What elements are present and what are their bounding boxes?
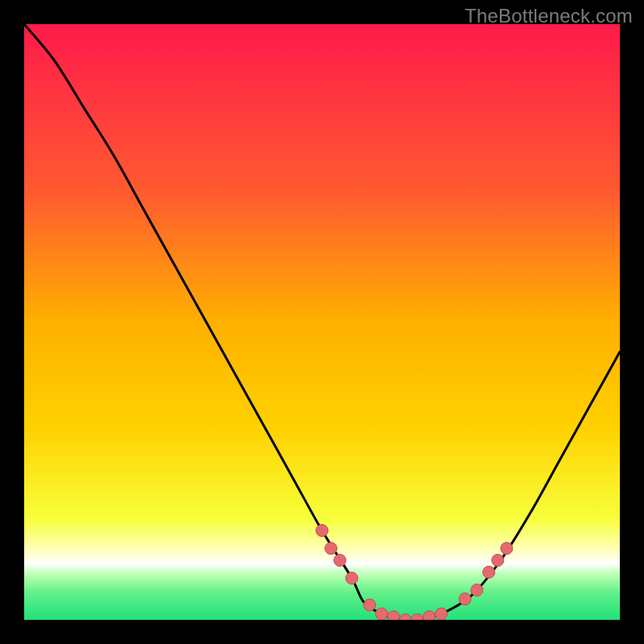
chart-frame: TheBottleneck.com	[0, 0, 644, 644]
highlight-dot	[483, 566, 495, 578]
chart-svg	[24, 24, 620, 620]
highlight-dot	[334, 555, 346, 567]
highlight-dot	[316, 525, 328, 537]
highlight-dot	[436, 608, 448, 620]
highlight-dot	[387, 611, 399, 620]
highlight-dot	[501, 543, 513, 555]
highlight-dot	[471, 584, 483, 597]
plot-area	[24, 24, 620, 620]
highlight-dot	[346, 572, 358, 584]
highlight-dot	[492, 555, 504, 567]
highlight-dot	[364, 599, 376, 611]
highlight-dot	[325, 543, 337, 555]
highlight-dot	[376, 608, 388, 620]
highlight-dot	[459, 593, 471, 605]
highlight-dot	[423, 611, 436, 620]
